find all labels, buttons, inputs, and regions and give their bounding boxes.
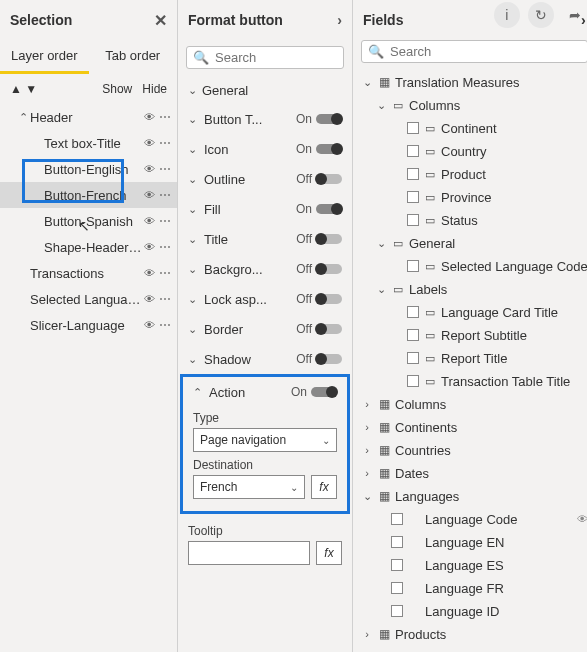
fx-button[interactable]: fx — [316, 541, 342, 565]
checkbox[interactable] — [391, 605, 403, 617]
more-icon[interactable] — [159, 136, 171, 150]
field-row[interactable]: ⌄Translation Measures — [357, 71, 587, 94]
more-icon[interactable] — [159, 292, 171, 306]
type-select[interactable]: Page navigation⌄ — [193, 428, 337, 452]
field-row[interactable]: Language Card Title — [357, 301, 587, 324]
layer-item[interactable]: Transactions — [0, 260, 177, 286]
more-icon[interactable] — [159, 318, 171, 332]
field-row[interactable]: ›Continents — [357, 416, 587, 439]
history-icon[interactable]: ↻ — [528, 2, 554, 28]
field-row[interactable]: Transaction Table Title — [357, 370, 587, 393]
property-row[interactable]: ⌄Backgro...Off — [178, 254, 352, 284]
layer-item[interactable]: ⌃Header — [0, 104, 177, 130]
fields-search[interactable]: 🔍 — [361, 40, 587, 63]
field-row[interactable]: Selected Language Code — [357, 255, 587, 278]
toggle[interactable]: Off — [296, 232, 342, 246]
fields-search-input[interactable] — [390, 44, 581, 59]
visibility-icon[interactable] — [144, 162, 155, 176]
field-row[interactable]: Country — [357, 140, 587, 163]
toggle[interactable]: Off — [296, 352, 342, 366]
field-row[interactable]: Language ES — [357, 554, 587, 577]
layer-item[interactable]: Shape-Header Ba... — [0, 234, 177, 260]
checkbox[interactable] — [391, 513, 403, 525]
visibility-icon[interactable] — [144, 318, 155, 332]
field-row[interactable]: ⌄Columns — [357, 94, 587, 117]
info-icon[interactable]: i — [494, 2, 520, 28]
share-icon[interactable]: ➦ — [562, 2, 587, 28]
checkbox[interactable] — [407, 352, 419, 364]
field-row[interactable]: Continent — [357, 117, 587, 140]
checkbox[interactable] — [407, 260, 419, 272]
more-icon[interactable] — [159, 240, 171, 254]
more-icon[interactable] — [159, 188, 171, 202]
visibility-icon[interactable] — [144, 266, 155, 280]
visibility-icon[interactable] — [144, 188, 155, 202]
checkbox[interactable] — [391, 559, 403, 571]
layer-item[interactable]: Button-French — [0, 182, 177, 208]
property-row[interactable]: ⌄IconOn — [178, 134, 352, 164]
toggle[interactable]: Off — [296, 262, 342, 276]
field-row[interactable]: ›Countries — [357, 439, 587, 462]
visibility-icon[interactable] — [144, 110, 155, 124]
checkbox[interactable] — [407, 145, 419, 157]
checkbox[interactable] — [407, 306, 419, 318]
fx-button[interactable]: fx — [311, 475, 337, 499]
checkbox[interactable] — [407, 375, 419, 387]
field-row[interactable]: ›Columns — [357, 393, 587, 416]
more-icon[interactable] — [159, 162, 171, 176]
toggle[interactable]: Off — [296, 322, 342, 336]
field-row[interactable]: ⌄Languages — [357, 485, 587, 508]
toggle[interactable]: Off — [296, 172, 342, 186]
field-row[interactable]: Report Title — [357, 347, 587, 370]
checkbox[interactable] — [407, 329, 419, 341]
layer-move-arrows[interactable]: ▲ ▼ — [10, 82, 37, 96]
tab-tab-order[interactable]: Tab order — [89, 40, 178, 74]
property-row[interactable]: ⌄FillOn — [178, 194, 352, 224]
checkbox[interactable] — [391, 536, 403, 548]
hide-button[interactable]: Hide — [142, 82, 167, 96]
section-general[interactable]: ⌄ General — [178, 75, 352, 104]
collapse-icon[interactable]: › — [337, 12, 342, 28]
field-row[interactable]: Province — [357, 186, 587, 209]
field-row[interactable]: Report Subtitle — [357, 324, 587, 347]
visibility-icon[interactable] — [144, 136, 155, 150]
property-row[interactable]: ⌄TitleOff — [178, 224, 352, 254]
property-row[interactable]: ⌄BorderOff — [178, 314, 352, 344]
property-row[interactable]: ⌄ShadowOff — [178, 344, 352, 374]
checkbox[interactable] — [407, 122, 419, 134]
close-icon[interactable]: ✕ — [154, 11, 167, 30]
toggle-action[interactable]: On — [291, 385, 337, 399]
field-row[interactable]: Language EN — [357, 531, 587, 554]
field-row[interactable]: ⌄General — [357, 232, 587, 255]
visibility-icon[interactable] — [144, 240, 155, 254]
property-action[interactable]: ⌃ Action On — [183, 377, 347, 407]
checkbox[interactable] — [407, 214, 419, 226]
tab-layer-order[interactable]: Layer order — [0, 40, 89, 74]
toggle[interactable]: On — [296, 202, 342, 216]
field-row[interactable]: ›Dates — [357, 462, 587, 485]
visibility-icon[interactable] — [144, 214, 155, 228]
visibility-icon[interactable] — [144, 292, 155, 306]
toggle[interactable]: Off — [296, 292, 342, 306]
property-row[interactable]: ⌄Button T...On — [178, 104, 352, 134]
checkbox[interactable] — [391, 582, 403, 594]
field-row[interactable]: ⌄Labels — [357, 278, 587, 301]
toggle[interactable]: On — [296, 112, 342, 126]
field-row[interactable]: Product — [357, 163, 587, 186]
more-icon[interactable] — [159, 214, 171, 228]
layer-item[interactable]: Selected Language C... — [0, 286, 177, 312]
field-row[interactable]: Status — [357, 209, 587, 232]
layer-item[interactable]: Text box-Title — [0, 130, 177, 156]
layer-item[interactable]: Button-Spanish — [0, 208, 177, 234]
more-icon[interactable] — [159, 266, 171, 280]
destination-select[interactable]: French⌄ — [193, 475, 305, 499]
field-row[interactable]: ›Products — [357, 623, 587, 646]
format-search[interactable]: 🔍 — [186, 46, 344, 69]
property-row[interactable]: ⌄OutlineOff — [178, 164, 352, 194]
layer-item[interactable]: Button-English — [0, 156, 177, 182]
field-row[interactable]: Language ID — [357, 600, 587, 623]
field-row[interactable]: Language Code👁 — [357, 508, 587, 531]
checkbox[interactable] — [407, 191, 419, 203]
tooltip-input[interactable] — [188, 541, 310, 565]
layer-item[interactable]: Slicer-Language — [0, 312, 177, 338]
